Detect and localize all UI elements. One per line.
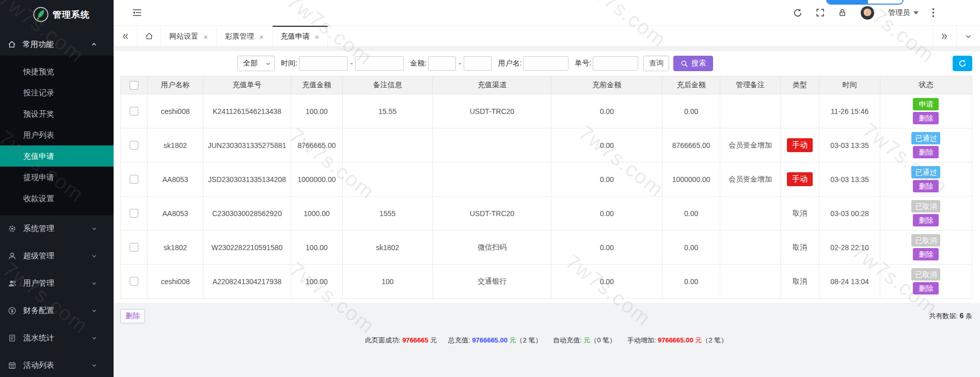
order-no-input[interactable] [593, 56, 638, 71]
row-checkbox[interactable] [130, 277, 138, 286]
sidebar-item-preset-draw[interactable]: 预设开奖 [0, 103, 114, 124]
sidebar-group-system-management[interactable]: 系统管理 [0, 215, 114, 242]
amount-max-input[interactable] [464, 56, 492, 71]
cell-channel: 交通银行 [433, 265, 551, 299]
sidebar-item-quick-preview[interactable]: 快捷预览 [0, 61, 114, 82]
sidebar-group-super-management[interactable]: 超级管理 [0, 242, 114, 270]
tab-website-settings[interactable]: 网站设置 × [161, 26, 217, 46]
delete-badge[interactable]: 删除 [913, 112, 939, 124]
search-button[interactable]: 搜索 [673, 56, 713, 71]
refresh-icon [958, 59, 967, 68]
main-area: 管理员 网站设置 × 彩票 [114, 0, 980, 377]
tab-lottery-management[interactable]: 彩票管理 × [217, 26, 273, 46]
amount-min-input[interactable] [428, 56, 456, 71]
sidebar-item-payment-settings[interactable]: 收款设置 [0, 188, 114, 209]
recharge-table: 用户名称 充值单号 充值金额 备注信息 充值渠道 充前金额 充后金额 管理备注 … [120, 76, 972, 299]
cell-admin-remark [720, 265, 781, 299]
collapse-sidebar-icon[interactable] [132, 8, 142, 17]
type-badge: 取消 [793, 243, 807, 251]
cell-remark: sk1802 [342, 231, 433, 265]
tab-home-icon[interactable] [137, 26, 161, 46]
range-dash: - [459, 59, 461, 68]
query-button[interactable]: 查询 [643, 56, 669, 71]
row-checkbox[interactable] [130, 175, 138, 184]
tabs-menu-icon[interactable] [956, 26, 980, 46]
tabs-scroll-left-icon[interactable] [114, 26, 137, 46]
col-channel: 充值渠道 [433, 76, 551, 94]
cell-remark: 1555 [342, 196, 433, 231]
delete-badge[interactable]: 删除 [913, 282, 939, 294]
bulk-delete-button[interactable]: 删除 [120, 309, 145, 323]
row-checkbox[interactable] [130, 107, 138, 116]
tab-close-icon[interactable]: × [315, 33, 320, 41]
cell-after-amount: 0.00 [662, 265, 720, 299]
status-badge[interactable]: 已通过 [911, 132, 940, 144]
cell-order-no: C2303030028562920 [203, 196, 291, 231]
sidebar-item-bet-records[interactable]: 投注记录 [0, 82, 114, 103]
sidebar-group-activity-list[interactable]: 活动列表 [0, 352, 114, 377]
delete-badge[interactable]: 删除 [913, 248, 939, 260]
cell-order-no: W2302282210591580 [203, 231, 291, 265]
cell-before-amount: 0.00 [551, 162, 662, 196]
status-badge[interactable]: 已取消 [911, 234, 940, 247]
avatar[interactable] [860, 6, 875, 20]
username-label: 用户名: [498, 59, 521, 68]
bottom-area: 删除 共有数据: 6 条 此页面成功: 9766665 元 总充值: 97666… [114, 303, 980, 377]
col-username: 用户名称 [147, 76, 203, 94]
table-header-row: 用户名称 充值单号 充值金额 备注信息 充值渠道 充前金额 充后金额 管理备注 … [121, 76, 972, 94]
cell-username: sk1802 [147, 231, 203, 265]
cell-channel: USDT-TRC20 [433, 196, 551, 231]
sidebar-item-common-functions[interactable]: 常用功能 [0, 33, 114, 56]
chevron-down-icon [91, 362, 98, 369]
delete-badge[interactable]: 删除 [913, 180, 939, 192]
table-row: AA8053 JSD2303031335134208 1000000.00 0.… [121, 162, 972, 196]
cell-before-amount: 0.00 [551, 265, 662, 299]
kebab-menu-icon[interactable] [932, 8, 935, 18]
row-checkbox[interactable] [130, 141, 138, 150]
cell-admin-remark [720, 94, 781, 128]
admin-menu[interactable]: 管理员 [888, 8, 919, 18]
sidebar-item-withdraw-request[interactable]: 提现申请 [0, 167, 114, 188]
cell-before-amount: 0.00 [551, 128, 662, 162]
cell-time: 08-24 13:04 [819, 265, 880, 299]
username-input[interactable] [523, 56, 568, 71]
tab-recharge-request[interactable]: 充值申请 × [273, 26, 328, 46]
time-from-input[interactable] [299, 56, 347, 71]
type-filter-select[interactable]: 全部 [238, 56, 275, 71]
status-badge[interactable]: 申请 [913, 98, 939, 110]
time-to-input[interactable] [355, 56, 404, 71]
delete-badge[interactable]: 删除 [913, 214, 939, 226]
row-checkbox[interactable] [130, 209, 138, 218]
status-badge[interactable]: 已取消 [911, 268, 940, 281]
lock-icon[interactable] [838, 8, 847, 17]
tabs-scroll-right-icon[interactable] [932, 26, 956, 46]
table-refresh-button[interactable] [953, 56, 972, 71]
col-status: 状态 [880, 76, 972, 94]
row-checkbox[interactable] [130, 243, 138, 252]
admin-label: 管理员 [888, 8, 910, 18]
col-type: 类型 [781, 76, 819, 94]
total-count: 共有数据: 6 条 [929, 312, 972, 321]
delete-badge[interactable]: 删除 [913, 146, 939, 158]
sidebar-item-recharge-request[interactable]: 充值申请 [0, 145, 114, 167]
sidebar-item-user-list[interactable]: 用户列表 [0, 124, 114, 145]
sidebar-group-finance-config[interactable]: 财务配置 [0, 297, 114, 324]
sidebar-group-user-management[interactable]: 用户管理 [0, 270, 114, 297]
sidebar-submenu: 快捷预览 投注记录 预设开奖 用户列表 充值申请 提现申请 收款设置 [0, 56, 114, 215]
tab-bar: 网站设置 × 彩票管理 × 充值申请 × [114, 26, 980, 47]
select-all-checkbox[interactable] [130, 81, 138, 90]
fullscreen-icon[interactable] [816, 8, 825, 17]
sidebar-group-label: 超级管理 [23, 251, 54, 261]
tab-close-icon[interactable]: × [203, 33, 208, 41]
refresh-icon[interactable] [793, 8, 802, 18]
cell-username: ceshi008 [147, 94, 203, 128]
status-badge[interactable]: 已取消 [911, 200, 940, 212]
status-badge[interactable]: 已通过 [911, 166, 940, 178]
table-bottom-pad [114, 299, 980, 303]
sidebar-group-label: 财务配置 [23, 306, 54, 316]
sidebar-group-turnover-statistics[interactable]: 流水统计 [0, 324, 114, 352]
tab-close-icon[interactable]: × [259, 33, 264, 41]
tab-label: 网站设置 [169, 32, 198, 41]
cell-after-amount: 0.00 [662, 94, 720, 128]
home-icon [8, 40, 16, 48]
